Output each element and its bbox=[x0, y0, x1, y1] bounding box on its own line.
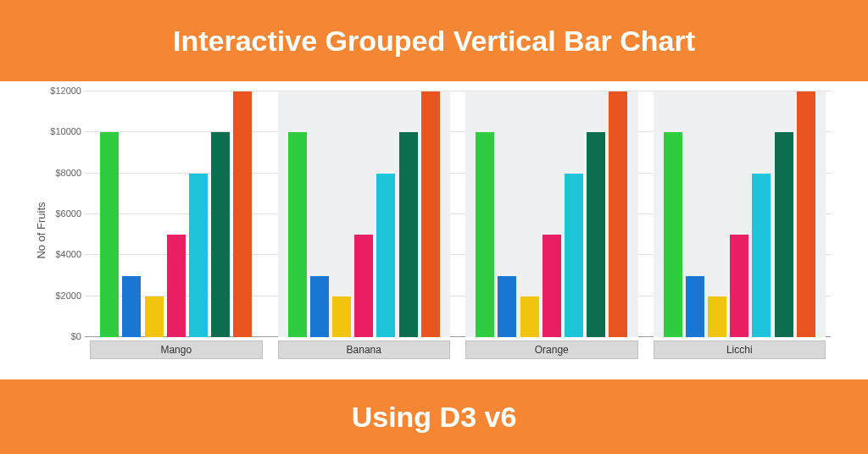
bar[interactable] bbox=[332, 296, 351, 337]
y-tick-label: $6000 bbox=[49, 208, 81, 219]
bar[interactable] bbox=[233, 91, 252, 337]
y-tick-label: $12000 bbox=[49, 86, 81, 96]
y-axis-label: No of Fruits bbox=[35, 202, 47, 258]
bar[interactable] bbox=[399, 132, 418, 337]
bar[interactable] bbox=[498, 276, 516, 338]
bars-row bbox=[654, 91, 826, 337]
bar-group[interactable] bbox=[278, 91, 451, 337]
header-banner: Interactive Grouped Vertical Bar Chart bbox=[0, 0, 868, 81]
plot-area: $0$2000$4000$6000$8000$10000$12000 bbox=[85, 91, 831, 337]
footer-banner: Using D3 v6 bbox=[0, 379, 868, 454]
bar[interactable] bbox=[167, 235, 186, 337]
bars-row bbox=[465, 91, 638, 337]
bar[interactable] bbox=[730, 235, 748, 337]
bar-group[interactable] bbox=[465, 91, 638, 337]
bar[interactable] bbox=[100, 132, 119, 337]
bar[interactable] bbox=[520, 296, 539, 337]
bar[interactable] bbox=[752, 174, 771, 337]
x-category-label[interactable]: Banana bbox=[278, 340, 451, 359]
bar[interactable] bbox=[421, 91, 440, 337]
bar-group[interactable] bbox=[90, 91, 263, 337]
bar[interactable] bbox=[565, 174, 583, 337]
y-tick-label: $8000 bbox=[49, 168, 81, 178]
y-tick-label: $0 bbox=[49, 331, 81, 341]
x-category-label[interactable]: Licchi bbox=[654, 340, 826, 359]
y-tick-label: $10000 bbox=[49, 126, 81, 136]
bar-groups bbox=[85, 91, 831, 337]
bar[interactable] bbox=[797, 91, 815, 337]
bar[interactable] bbox=[542, 235, 561, 337]
bar[interactable] bbox=[145, 296, 164, 337]
bar[interactable] bbox=[189, 174, 208, 337]
x-category-label[interactable]: Mango bbox=[90, 340, 263, 359]
bar[interactable] bbox=[310, 276, 329, 338]
bar[interactable] bbox=[708, 296, 726, 337]
footer-title: Using D3 v6 bbox=[352, 401, 517, 434]
bar[interactable] bbox=[122, 276, 141, 338]
x-category-label[interactable]: Orange bbox=[465, 340, 638, 359]
chart-container: No of Fruits $0$2000$4000$6000$8000$1000… bbox=[0, 81, 868, 379]
bars-row bbox=[278, 91, 451, 337]
y-tick-label: $2000 bbox=[49, 291, 81, 301]
bars-row bbox=[90, 91, 263, 337]
bar[interactable] bbox=[664, 132, 682, 337]
y-tick-label: $4000 bbox=[49, 249, 81, 259]
bar[interactable] bbox=[288, 132, 307, 337]
bar[interactable] bbox=[476, 132, 494, 337]
header-title: Interactive Grouped Vertical Bar Chart bbox=[173, 25, 695, 58]
bar-group[interactable] bbox=[654, 91, 826, 337]
bar[interactable] bbox=[686, 276, 704, 338]
bar[interactable] bbox=[587, 132, 605, 337]
bar[interactable] bbox=[775, 132, 793, 337]
x-axis-labels: MangoBananaOrangeLicchi bbox=[85, 340, 831, 359]
bar[interactable] bbox=[354, 235, 373, 337]
bar[interactable] bbox=[609, 91, 627, 337]
bar[interactable] bbox=[376, 174, 395, 337]
bar[interactable] bbox=[211, 132, 230, 337]
